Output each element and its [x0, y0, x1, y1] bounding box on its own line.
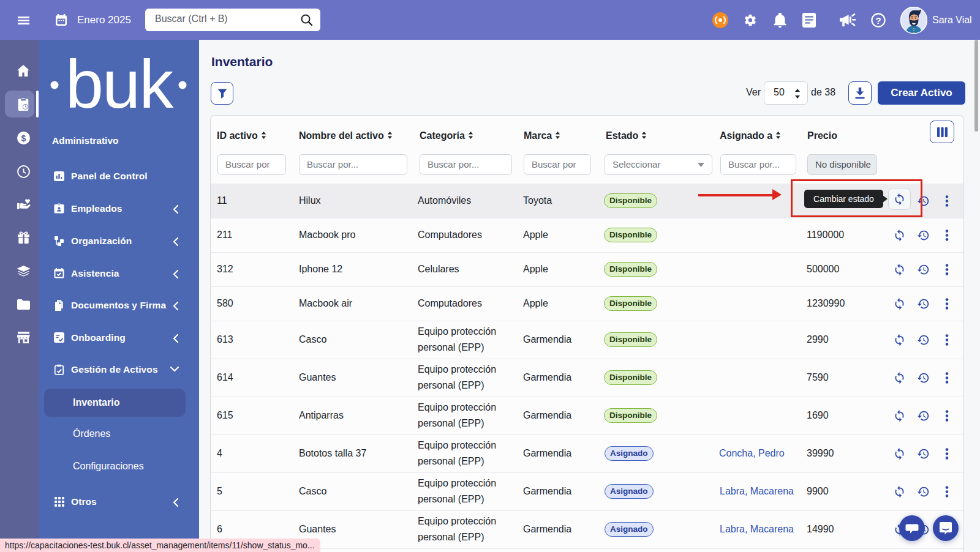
- svg-text:?: ?: [875, 15, 881, 26]
- svg-text:$: $: [21, 133, 26, 143]
